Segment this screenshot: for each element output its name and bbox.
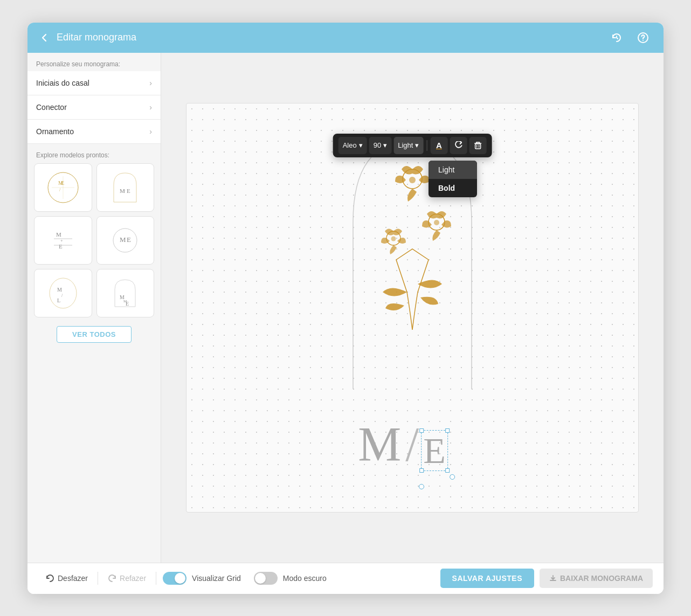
weight-option-light[interactable]: Light: [429, 161, 477, 179]
sidebar-item-ornamento-label: Ornamento: [36, 127, 74, 136]
ver-todos-button[interactable]: VER TODOS: [57, 326, 132, 343]
svg-rect-26: [475, 144, 480, 149]
template-card-3[interactable]: M + E: [34, 216, 92, 265]
font-family-dropdown[interactable]: Aleo ▾: [338, 137, 367, 154]
font-weight-dropdown[interactable]: Light ▾: [393, 137, 423, 154]
canvas-board[interactable]: Aleo ▾ 90 ▾ Light ▾ A: [186, 103, 639, 513]
separator-1: [98, 572, 98, 585]
chevron-right-icon: ›: [149, 79, 152, 87]
grid-toggle[interactable]: [163, 572, 186, 585]
font-size-dropdown[interactable]: 90 ▾: [369, 137, 391, 154]
template-card-6[interactable]: M M E: [96, 269, 155, 317]
rotation-handle-bottom[interactable]: [419, 484, 424, 489]
save-button[interactable]: SALVAR AJUSTES: [440, 569, 534, 588]
sidebar: Personalize seu monograma: Iniciais do c…: [27, 53, 161, 563]
sidebar-item-conector-label: Conector: [36, 103, 67, 112]
font-size-label: 90: [374, 141, 381, 149]
template-card-2[interactable]: M / E: [96, 163, 155, 212]
template-card-4[interactable]: M E: [96, 216, 155, 265]
delete-button[interactable]: [469, 137, 486, 154]
download-button[interactable]: BAIXAR MONOGRAMA: [540, 569, 653, 588]
sidebar-item-ornamento[interactable]: Ornamento ›: [27, 120, 161, 144]
color-icon: A: [436, 141, 442, 150]
handle-br: [445, 468, 450, 473]
bottom-bar: Desfazer Refazer Visualizar Grid Modo es…: [27, 563, 664, 594]
app-header: Editar monograma: [27, 23, 664, 53]
text-toolbar: Aleo ▾ 90 ▾ Light ▾ A: [333, 134, 492, 157]
rotation-handle-side[interactable]: [450, 474, 455, 480]
monogram-letter-e: E: [423, 432, 446, 469]
template-card-5[interactable]: M / L: [34, 269, 92, 317]
help-button[interactable]: [633, 28, 653, 47]
weight-option-bold[interactable]: Bold: [429, 179, 477, 197]
undo-label: Desfazer: [58, 574, 88, 583]
rotation-handle-wrapper: [431, 474, 437, 480]
monogram-separator: /: [405, 420, 419, 469]
rotation-circle[interactable]: [419, 484, 424, 489]
separator-2: [156, 572, 156, 585]
monogram-letter-m: M: [358, 420, 401, 469]
svg-point-1: [642, 40, 644, 41]
svg-text:L: L: [57, 297, 60, 303]
undo-button[interactable]: Desfazer: [38, 570, 95, 587]
color-button[interactable]: A: [430, 137, 447, 154]
font-family-chevron: ▾: [359, 141, 363, 149]
svg-point-30: [409, 177, 416, 183]
monogram-e-container[interactable]: E: [423, 432, 446, 469]
font-weight-chevron: ▾: [415, 141, 419, 149]
template-grid: M / E M / E: [27, 163, 161, 322]
svg-text:M: M: [120, 236, 126, 244]
svg-text:E: E: [127, 188, 130, 194]
dark-toggle-group: Modo escuro: [254, 572, 327, 585]
header-icons: [607, 28, 653, 47]
back-button[interactable]: [38, 32, 50, 44]
svg-point-32: [434, 220, 439, 225]
canvas-area: Aleo ▾ 90 ▾ Light ▾ A: [161, 53, 664, 563]
weight-dropdown-menu: Light Bold: [429, 161, 477, 197]
grid-toggle-group: Visualizar Grid: [163, 572, 241, 585]
page-title: Editar monograma: [57, 32, 607, 43]
svg-point-34: [391, 236, 396, 241]
download-label: BAIXAR MONOGRAMA: [560, 574, 643, 583]
grid-toggle-label: Visualizar Grid: [192, 574, 241, 583]
svg-text:M: M: [56, 231, 61, 238]
main-body: Personalize seu monograma: Iniciais do c…: [27, 53, 664, 563]
font-family-label: Aleo: [343, 141, 357, 149]
svg-point-19: [50, 278, 77, 308]
svg-text:/: /: [124, 189, 126, 194]
rotate-button[interactable]: [450, 137, 467, 154]
svg-text:M: M: [57, 287, 62, 293]
handle-tr: [445, 428, 450, 433]
font-size-chevron: ▾: [383, 141, 387, 149]
personalize-label: Personalize seu monograma:: [27, 53, 161, 71]
sidebar-item-conector[interactable]: Conector ›: [27, 95, 161, 120]
sidebar-item-iniciais-label: Iniciais do casal: [36, 79, 89, 87]
svg-text:E: E: [127, 236, 131, 244]
svg-text:E: E: [61, 180, 64, 186]
chevron-right-icon: ›: [149, 127, 152, 136]
toolbar-divider: [426, 140, 427, 151]
redo-button[interactable]: Refazer: [100, 570, 154, 587]
sidebar-item-iniciais[interactable]: Iniciais do casal ›: [27, 71, 161, 95]
explore-label: Explore modelos prontos:: [27, 144, 161, 163]
history-button[interactable]: [607, 28, 627, 47]
dark-toggle-label: Modo escuro: [283, 574, 327, 583]
svg-text:/: /: [59, 188, 61, 192]
chevron-right-icon: ›: [149, 103, 152, 112]
font-weight-label: Light: [398, 141, 413, 149]
svg-text:/: /: [61, 293, 63, 298]
redo-label: Refazer: [120, 574, 146, 583]
svg-text:E: E: [59, 243, 63, 250]
dark-toggle[interactable]: [254, 572, 278, 585]
svg-text:E: E: [126, 301, 129, 307]
template-card-1[interactable]: M / E: [34, 163, 92, 212]
monogram-display: M / E: [358, 420, 446, 469]
